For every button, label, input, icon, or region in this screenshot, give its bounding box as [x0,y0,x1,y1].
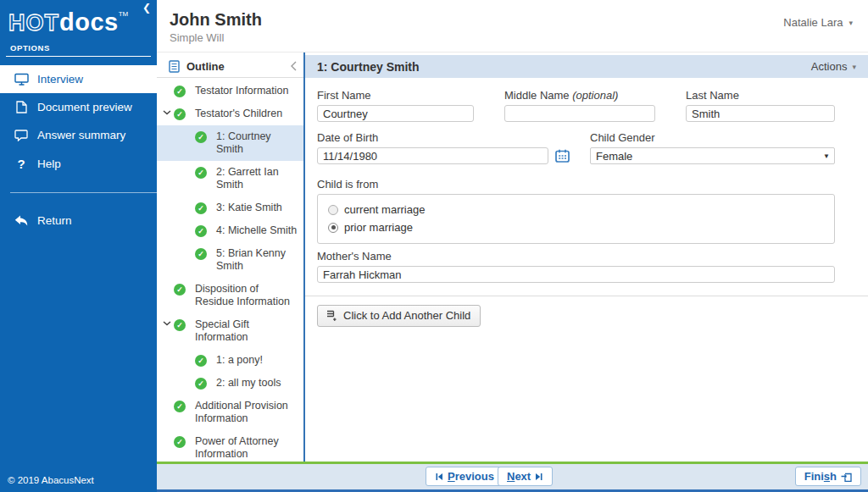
skip-previous-icon [435,473,443,481]
check-icon: ✓ [174,86,186,97]
check-icon: ✓ [174,436,186,448]
sidebar: ❮ HOTdocsTM Options Interview Document p… [0,0,157,492]
outline-icon [169,60,180,73]
add-child-button[interactable]: Click to Add Another Child [317,305,481,327]
check-icon: ✓ [174,319,186,331]
sidebar-collapse-icon[interactable]: ❮ [142,3,151,13]
outline-item[interactable]: ✓4: Michelle Smith [157,219,303,242]
outline-item-label: 2: Garrett Ian Smith [216,166,298,191]
outline-item-label: Additional Provision Information [195,400,298,425]
child-gender-label: Child Gender [590,131,835,144]
hotdocs-app: ❮ HOTdocsTM Options Interview Document p… [0,0,868,492]
options-divider [6,56,151,57]
first-name-label: First Name [317,89,474,102]
next-button[interactable]: Next [498,467,553,486]
user-name: Natalie Lara [783,16,843,29]
panel-header: 1: Courtney Smith Actions ▾ [305,55,868,78]
outline-item[interactable]: ✓Special Gift Information [157,313,303,349]
chevron-down-icon: ▼ [823,152,830,160]
check-icon: ✓ [195,248,207,260]
radio-option-prior-marriage[interactable]: prior marriage [328,218,824,236]
outline-item-label: Power of Attorney Information [195,435,298,461]
outline-item[interactable]: ✓Disposition of Residue Information [157,278,303,313]
main-panel: 1: Courtney Smith Actions ▾ First Name M… [305,53,868,462]
next-button-label: Next [507,470,531,483]
export-document-icon [841,472,852,482]
child-is-from-label: Child is from [317,178,835,191]
outline-item-label: Testator Information [195,85,288,97]
hotdocs-logo: HOTdocsTM [0,0,157,36]
middle-region: Outline ✓Testator Information✓Testator's… [157,53,868,462]
outline-item-label: 5: Brian Kenny Smith [216,247,298,273]
actions-label: Actions [811,60,848,73]
chat-icon [14,130,29,141]
mothers-name-label: Mother's Name [317,250,835,263]
outline-item[interactable]: ✓Testator Information [157,80,303,102]
section-divider [305,296,868,296]
outline-collapse-icon[interactable] [291,61,297,71]
sidebar-item-document-preview[interactable]: Document preview [0,93,157,121]
outline-item-label: 2: all my tools [216,377,281,390]
outline-item[interactable]: ✓2: all my tools [157,372,303,395]
child-is-from-group: current marriage prior marriage [317,194,835,244]
document-icon [14,101,29,113]
sidebar-item-help[interactable]: ? Help [0,149,157,179]
finish-button[interactable]: Finish [795,467,861,486]
middle-name-field[interactable] [504,105,655,122]
check-icon: ✓ [195,167,207,179]
last-name-field[interactable] [686,105,835,122]
outline-item-label: Testator's Children [195,108,282,120]
sidebar-item-label: Help [37,158,61,170]
right-column: John Smith Simple Will Natalie Lara ▾ Ou… [157,0,868,492]
question-mark-icon: ? [14,157,29,171]
document-subtitle: Simple Will [170,31,262,44]
user-menu[interactable]: Natalie Lara ▾ [783,16,853,29]
sidebar-item-interview[interactable]: Interview [0,65,157,93]
outline-item[interactable]: ✓Testator's Children [157,102,303,125]
child-gender-value: Female [596,150,632,163]
calendar-icon[interactable] [555,149,570,163]
options-label: Options [0,36,157,56]
outline-item[interactable]: ✓1: a pony! [157,349,303,372]
radio-option-current-marriage[interactable]: current marriage [328,201,824,218]
middle-name-label: Middle Name (optional) [504,89,655,102]
outline-panel: Outline ✓Testator Information✓Testator's… [157,53,303,462]
check-icon: ✓ [195,225,207,237]
previous-button[interactable]: Previous [426,467,504,486]
first-name-field[interactable] [317,105,474,122]
chevron-down-icon[interactable] [163,321,174,326]
outline-item-label: 1: a pony! [216,354,263,367]
sidebar-item-return[interactable]: Return [0,207,157,235]
chevron-down-icon: ▾ [849,19,853,27]
outline-item[interactable]: ✓Additional Provision Information [157,395,303,430]
check-icon: ✓ [195,378,207,390]
check-icon: ✓ [195,131,207,143]
child-gender-select[interactable]: Female ▼ [590,147,835,164]
document-title: John Smith [170,9,262,30]
outline-item[interactable]: ✓2: Garrett Ian Smith [157,161,303,196]
outline-item-label: Disposition of Residue Information [195,283,298,308]
add-list-icon [326,310,337,321]
outline-item[interactable]: ✓3: Katie Smith [157,196,303,219]
chevron-down-icon[interactable] [163,110,174,115]
outline-item[interactable]: ✓5: Brian Kenny Smith [157,242,303,278]
footer-bar: Previous Next Finish [157,464,868,489]
date-of-birth-field[interactable] [317,147,548,164]
outline-item[interactable]: ✓Power of Attorney Information [157,430,303,462]
outline-item[interactable]: ✓1: Courtney Smith [157,125,303,161]
sidebar-divider [10,192,157,193]
outline-title: Outline [186,60,284,73]
check-icon: ✓ [174,108,186,120]
chevron-down-icon: ▾ [852,63,856,71]
copyright-text: © 2019 AbacusNext [8,475,94,485]
monitor-icon [14,73,29,86]
panel-title: 1: Courtney Smith [317,60,420,74]
date-of-birth-label: Date of Birth [317,131,590,144]
skip-next-icon [535,473,543,481]
last-name-label: Last Name [686,89,835,102]
actions-menu[interactable]: Actions ▾ [811,60,856,73]
form-content: First Name Middle Name (optional) Last N… [305,78,868,462]
top-header: John Smith Simple Will Natalie Lara ▾ [157,0,868,53]
sidebar-item-answer-summary[interactable]: Answer summary [0,121,157,149]
mothers-name-field[interactable] [317,266,835,283]
